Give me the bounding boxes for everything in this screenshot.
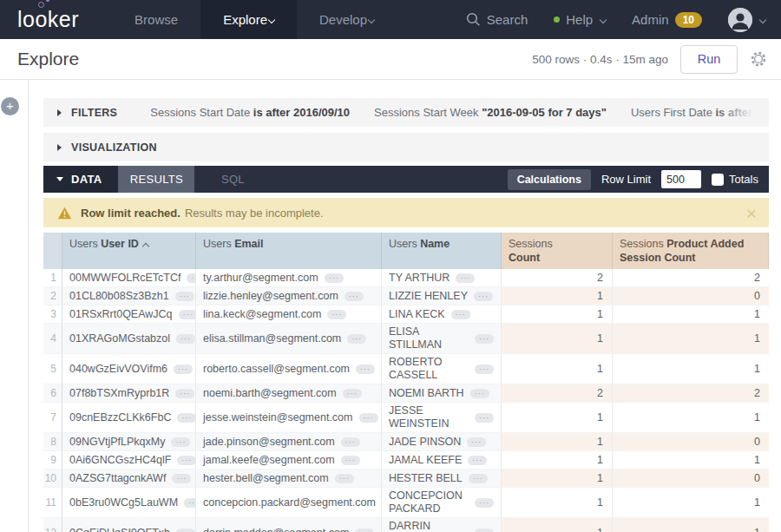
cell-menu-icon[interactable]: ··· (341, 456, 360, 465)
cell-menu-icon[interactable]: ··· (177, 456, 196, 465)
cell-menu-icon[interactable]: ··· (356, 365, 375, 374)
column-header-user-id[interactable]: Users User ID (62, 233, 196, 269)
cell-menu-icon[interactable]: ··· (347, 334, 366, 344)
cell-user-id[interactable]: 09NGVtjPfLPkqxMy··· (62, 433, 196, 451)
cell-email[interactable]: hester.bell@segment.com··· (196, 470, 382, 488)
cell-menu-icon[interactable]: ··· (475, 498, 494, 508)
cell-name[interactable]: JESSE WEINSTEIN··· (382, 403, 502, 433)
filter-item[interactable]: Sessions Start Week "2016-09-05 for 7 da… (374, 106, 607, 119)
cell-menu-icon[interactable]: ··· (355, 529, 374, 532)
cell-menu-icon[interactable]: ··· (177, 413, 196, 423)
cell-menu-icon[interactable]: ··· (475, 365, 494, 374)
cell-email[interactable]: lizzie.henley@segment.com··· (196, 287, 382, 305)
cell-sessions-count[interactable]: 1 (502, 470, 613, 488)
cell-name[interactable]: ROBERTO CASSELL··· (382, 354, 502, 384)
cell-menu-icon[interactable]: ··· (176, 529, 195, 532)
cell-menu-icon[interactable]: ··· (175, 292, 194, 301)
cell-sessions-count[interactable]: 2 (502, 269, 613, 287)
cell-sessions-count[interactable]: 1 (502, 287, 613, 305)
cell-product-added-count[interactable]: 1 (613, 305, 769, 324)
cell-sessions-count[interactable]: 1 (502, 488, 613, 518)
nav-item-explore[interactable]: Explore (200, 0, 297, 39)
cell-name[interactable]: LINA KECK··· (382, 305, 502, 324)
cell-user-id[interactable]: 01XRAGoMGstabzol··· (62, 324, 196, 354)
column-header-email[interactable]: Users Email (196, 233, 382, 269)
cell-menu-icon[interactable]: ··· (343, 389, 362, 398)
cell-menu-icon[interactable]: ··· (359, 413, 378, 423)
cell-menu-icon[interactable]: ··· (475, 334, 494, 344)
cell-menu-icon[interactable]: ··· (327, 310, 346, 319)
cell-product-added-count[interactable]: 1 (613, 324, 769, 354)
cell-menu-icon[interactable]: ··· (187, 273, 196, 283)
cell-menu-icon[interactable]: ··· (171, 437, 190, 447)
cell-email[interactable]: jesse.weinstein@segment.com··· (196, 403, 382, 433)
cell-sessions-count[interactable]: 2 (502, 384, 613, 403)
cell-name[interactable]: NOEMI BARTH··· (382, 384, 502, 403)
run-button[interactable]: Run (680, 45, 738, 74)
filter-item[interactable]: Sessions Start Date is after 2016/09/10 (150, 106, 350, 119)
add-button[interactable]: + (1, 97, 19, 115)
totals-checkbox[interactable] (712, 174, 724, 186)
cell-product-added-count[interactable]: 1 (613, 518, 769, 532)
cell-menu-icon[interactable]: ··· (468, 456, 487, 465)
cell-name[interactable]: TY ARTHUR··· (382, 269, 502, 287)
cell-user-id[interactable]: 01CL80b08Sz3Bzh1··· (62, 287, 196, 305)
looker-logo[interactable]: looker (17, 0, 79, 39)
admin-menu[interactable]: Admin 10 (632, 12, 702, 28)
cell-sessions-count[interactable]: 1 (502, 354, 613, 384)
nav-item-browse[interactable]: Browse (112, 0, 200, 39)
cell-email[interactable]: noemi.barth@segment.com··· (196, 384, 382, 403)
cell-product-added-count[interactable]: 2 (613, 269, 769, 287)
cell-menu-icon[interactable]: ··· (474, 292, 493, 301)
help-menu[interactable]: Help (554, 12, 606, 27)
cell-email[interactable]: roberto.cassell@segment.com··· (196, 354, 382, 384)
cell-product-added-count[interactable]: 1 (613, 354, 769, 384)
gear-icon[interactable] (750, 50, 767, 68)
cell-user-id[interactable]: 0Ai6GNCGszHC4qlF··· (62, 451, 196, 470)
cell-menu-icon[interactable]: ··· (469, 474, 488, 483)
cell-menu-icon[interactable]: ··· (175, 389, 194, 398)
cell-name[interactable]: JAMAL KEEFE··· (382, 451, 502, 470)
cell-menu-icon[interactable]: ··· (325, 273, 344, 283)
cell-product-added-count[interactable]: 1 (613, 403, 769, 433)
cell-menu-icon[interactable]: ··· (475, 529, 494, 532)
cell-sessions-count[interactable]: 1 (502, 518, 613, 532)
cell-menu-icon[interactable]: ··· (345, 292, 364, 301)
close-icon[interactable]: × (746, 204, 757, 222)
filters-title[interactable]: FILTERS (71, 107, 117, 119)
cell-name[interactable]: CONCEPCION PACKARD··· (382, 488, 502, 518)
filter-item[interactable]: Users First Date is after 2016/09/10 (631, 106, 769, 119)
calculations-button[interactable]: Calculations (508, 169, 591, 190)
cell-sessions-count[interactable]: 1 (502, 433, 613, 451)
column-header-product-added-session-count[interactable]: Sessions Product Added Session Count (613, 233, 769, 269)
cell-menu-icon[interactable]: ··· (335, 474, 354, 483)
cell-email[interactable]: ty.arthur@segment.com··· (196, 269, 382, 287)
cell-menu-icon[interactable]: ··· (456, 273, 475, 283)
nav-item-develop[interactable]: Develop (297, 0, 397, 39)
cell-menu-icon[interactable]: ··· (172, 474, 191, 483)
cell-sessions-count[interactable]: 1 (502, 305, 613, 324)
column-header-name[interactable]: Users Name (382, 233, 502, 269)
cell-menu-icon[interactable]: ··· (467, 437, 486, 447)
cell-menu-icon[interactable]: ··· (475, 413, 494, 423)
cell-name[interactable]: LIZZIE HENLEY··· (382, 287, 502, 305)
cell-user-id[interactable]: 00MWWFOLRcETcTCf··· (62, 269, 196, 287)
cell-product-added-count[interactable]: 0 (613, 287, 769, 305)
cell-email[interactable]: darrin.madden@segment.com··· (196, 518, 382, 532)
tab-sql[interactable]: SQL (194, 166, 271, 193)
cell-product-added-count[interactable]: 0 (613, 433, 769, 451)
cell-user-id[interactable]: 0bE3ru0WCg5LauWM··· (62, 488, 196, 518)
cell-sessions-count[interactable]: 1 (502, 403, 613, 433)
data-section-toggle[interactable]: DATA (43, 166, 118, 193)
cell-name[interactable]: JADE PINSON··· (382, 433, 502, 451)
row-limit-input[interactable] (661, 170, 701, 188)
cell-menu-icon[interactable]: ··· (174, 365, 193, 374)
cell-product-added-count[interactable]: 1 (613, 488, 769, 518)
search-button[interactable]: Search (466, 12, 528, 27)
cell-user-id[interactable]: 0CqEiDUgSI0OFTxh··· (62, 518, 196, 532)
cell-sessions-count[interactable]: 1 (502, 324, 613, 354)
cell-email[interactable]: lina.keck@segment.com··· (196, 305, 382, 324)
cell-menu-icon[interactable]: ··· (176, 334, 195, 344)
cell-user-id[interactable]: 040wGzEivVOVifm6··· (62, 354, 196, 384)
cell-product-added-count[interactable]: 0 (613, 470, 769, 488)
